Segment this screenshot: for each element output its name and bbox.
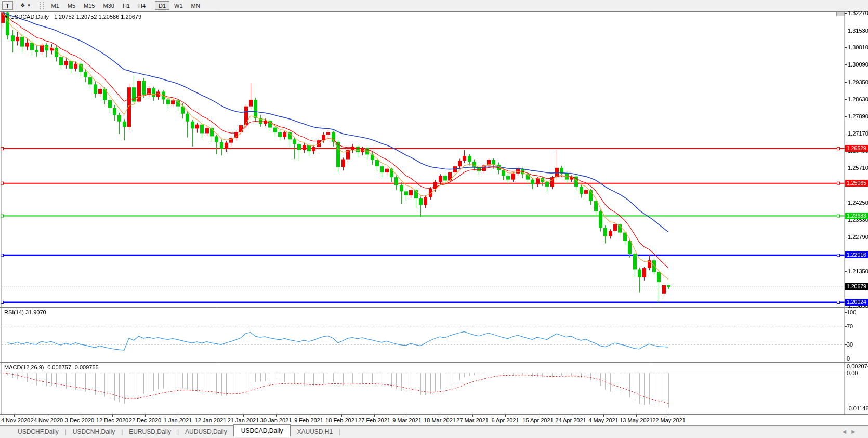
timeframe-button-m15[interactable]: M15 bbox=[80, 1, 98, 10]
time-axis-tick bbox=[374, 415, 375, 417]
time-axis-tick bbox=[341, 415, 342, 417]
price-axis-tick: 1.22790 bbox=[848, 234, 868, 240]
timeframe-button-h4[interactable]: H4 bbox=[135, 1, 149, 10]
timeframe-button-mn[interactable]: MN bbox=[188, 1, 204, 10]
time-axis-label: 21 Jan 2021 bbox=[228, 417, 259, 423]
chart-tab-usdchf[interactable]: USDCHF,Daily bbox=[11, 427, 65, 437]
time-axis-label: 30 Jan 2021 bbox=[260, 417, 292, 423]
time-axis-tick bbox=[145, 415, 146, 417]
time-axis-tick bbox=[309, 415, 309, 417]
timeframe-button-h1[interactable]: H1 bbox=[119, 1, 134, 10]
time-axis-label: 1 Jan 2021 bbox=[164, 417, 192, 423]
time-axis-label: 9 Mar 2021 bbox=[392, 417, 422, 423]
timeframe-button-m1[interactable]: M1 bbox=[48, 1, 63, 10]
time-axis-label: 4 May 2021 bbox=[588, 417, 618, 423]
time-axis-tick bbox=[276, 415, 277, 417]
time-axis-label: 18 Mar 2021 bbox=[424, 417, 456, 423]
rsi-axis-tick: 70 bbox=[847, 323, 853, 329]
timeframe-group: M1M5M15M30H1H4D1W1MN bbox=[47, 1, 204, 10]
price-axis-tick: 1.25710 bbox=[848, 165, 868, 171]
chart-title: ▼USDCAD,Daily1.20752 1.20752 1.20586 1.2… bbox=[4, 14, 141, 20]
price-axis-tick: 1.24250 bbox=[848, 200, 868, 206]
price-axis-tick: 1.21350 bbox=[848, 268, 868, 274]
time-axis-label: 27 Mar 2021 bbox=[456, 417, 489, 423]
ohlc-values: 1.20752 1.20752 1.20586 1.20679 bbox=[54, 14, 141, 20]
time-axis-label: 15 Apr 2021 bbox=[522, 417, 553, 423]
time-axis-label: 12 Jan 2021 bbox=[195, 417, 227, 423]
time-axis-label: 27 Feb 2021 bbox=[358, 417, 390, 423]
hline-price-tag: 1.22016 bbox=[845, 251, 868, 258]
time-axis-tick bbox=[603, 415, 604, 417]
toolbar-separator bbox=[152, 2, 152, 10]
chart-tab-audusd[interactable]: AUDUSD,Daily bbox=[179, 427, 233, 437]
chevron-down-icon: ▼ bbox=[27, 3, 31, 8]
time-axis-label: 9 Feb 2021 bbox=[294, 417, 323, 423]
time-axis-tick bbox=[440, 415, 440, 417]
timeframe-button-m30[interactable]: M30 bbox=[100, 1, 118, 10]
time-axis-tick bbox=[80, 415, 80, 417]
tab-scroll-arrows[interactable]: ◀▶ bbox=[843, 429, 861, 434]
toolbar: T ❖ ▼ M1M5M15M30H1H4D1W1MN bbox=[0, 0, 868, 11]
price-axis-tick: 1.27170 bbox=[848, 130, 868, 137]
time-axis-label: 14 Nov 2020 bbox=[0, 417, 30, 423]
time-axis-label: 13 May 2021 bbox=[620, 417, 653, 423]
current-price-tag: 1.20679 bbox=[845, 283, 868, 290]
time-axis-label: 3 Dec 2020 bbox=[65, 417, 94, 423]
time-axis-tick bbox=[472, 415, 473, 417]
rsi-indicator-label: RSI(14) 31.9070 bbox=[4, 309, 46, 315]
chart-tab-usdcad[interactable]: USDCAD,Daily bbox=[233, 424, 291, 437]
toolbar-grip bbox=[40, 2, 44, 9]
hline-price-tag: 1.25065 bbox=[845, 180, 868, 187]
chart-tab-xauusd[interactable]: XAUUSD,H1 bbox=[291, 427, 339, 437]
time-axis-label: 12 Dec 2020 bbox=[96, 417, 128, 423]
time-axis-tick bbox=[243, 415, 244, 417]
price-axis-tick: 1.29350 bbox=[848, 79, 868, 85]
time-axis-tick bbox=[178, 415, 178, 417]
time-axis-label: 18 Feb 2021 bbox=[325, 417, 358, 423]
chart-canvas[interactable] bbox=[0, 0, 868, 438]
chart-tab-bar: USDCHF,Daily|USDCNH,Daily|EURUSD,Daily|A… bbox=[0, 425, 868, 438]
scroll-right-icon[interactable]: ▶ bbox=[851, 429, 861, 434]
timeframe-button-d1[interactable]: D1 bbox=[155, 1, 169, 10]
time-axis-tick bbox=[211, 415, 211, 417]
time-axis: 14 Nov 202024 Nov 20203 Dec 202012 Dec 2… bbox=[0, 415, 868, 425]
time-axis-tick bbox=[47, 415, 47, 417]
macd-axis-tick: 0.00 bbox=[847, 370, 858, 376]
timeframe-button-w1[interactable]: W1 bbox=[170, 1, 187, 10]
time-axis-tick bbox=[538, 415, 538, 417]
rsi-axis-tick: 30 bbox=[847, 341, 853, 348]
time-axis-label: 24 Apr 2021 bbox=[555, 417, 586, 423]
rsi-axis-tick: 100 bbox=[847, 309, 856, 315]
time-axis-label: 22 May 2021 bbox=[652, 417, 686, 423]
text-tool-button[interactable]: T bbox=[2, 1, 13, 10]
time-axis-label: 22 Dec 2020 bbox=[129, 417, 161, 423]
hline-price-tag: 1.20024 bbox=[845, 299, 868, 306]
macd-axis-tick: 0.002074 bbox=[847, 363, 868, 369]
time-axis-tick bbox=[407, 415, 407, 417]
price-axis-tick: 1.30810 bbox=[848, 44, 868, 50]
metatrader-window: T ❖ ▼ M1M5M15M30H1H4D1W1MN ▼USDCAD,Daily… bbox=[0, 0, 868, 438]
time-axis-tick bbox=[112, 415, 113, 417]
time-axis-tick bbox=[14, 415, 15, 417]
macd-indicator-label: MACD(12,26,9) -0.008757 -0.009755 bbox=[4, 364, 99, 370]
time-axis-tick bbox=[669, 415, 669, 417]
chart-tab-usdcnh[interactable]: USDCNH,Daily bbox=[67, 427, 121, 437]
symbol-period-label: USDCAD,Daily bbox=[10, 14, 49, 20]
macd-axis-tick: -0.011462 bbox=[847, 405, 868, 412]
scroll-left-icon[interactable]: ◀ bbox=[843, 429, 852, 434]
time-axis-label: 6 Apr 2021 bbox=[491, 417, 519, 423]
time-axis-tick bbox=[636, 415, 637, 417]
chart-tab-eurusd[interactable]: EURUSD,Daily bbox=[123, 427, 177, 437]
hline-price-tag: 1.26529 bbox=[845, 145, 868, 152]
crosshair-tool-button[interactable]: ❖ ▼ bbox=[17, 1, 35, 10]
crosshair-icon: ❖ bbox=[20, 2, 25, 9]
time-axis-tick bbox=[505, 415, 506, 417]
price-axis-tick: 1.31530 bbox=[848, 28, 868, 34]
price-axis-tick: 1.28630 bbox=[848, 96, 868, 102]
price-axis-tick: 1.30090 bbox=[848, 61, 868, 68]
time-axis-tick bbox=[571, 415, 571, 417]
time-axis-label: 24 Nov 2020 bbox=[31, 417, 63, 423]
rsi-axis-tick: 0 bbox=[847, 355, 850, 362]
tab-separator: | bbox=[339, 428, 340, 435]
timeframe-button-m5[interactable]: M5 bbox=[64, 1, 79, 10]
